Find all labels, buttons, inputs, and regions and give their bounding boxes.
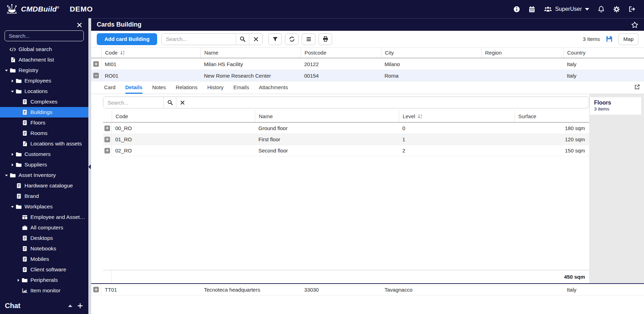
detail-search-submit-button[interactable] — [163, 97, 176, 108]
side-card-title: Floors — [594, 100, 637, 106]
detail-search-input[interactable] — [103, 97, 163, 108]
sidebar-item-desktops[interactable]: Desktops — [0, 233, 88, 243]
sidebar-item-customers[interactable]: Customers — [0, 149, 88, 159]
search-clear-button[interactable] — [249, 34, 262, 45]
refresh-button[interactable] — [285, 33, 299, 45]
sidebar-item-brand[interactable]: Brand — [0, 191, 88, 201]
sidebar-item-suppliers[interactable]: Suppliers — [0, 159, 88, 170]
sidebar-item-attachment-list[interactable]: Attachment list — [0, 55, 88, 65]
caret-down-icon[interactable] — [5, 173, 9, 177]
open-external-icon[interactable] — [634, 84, 640, 90]
document-icon — [21, 256, 28, 262]
file-icon — [21, 141, 28, 147]
calendar-icon[interactable] — [529, 6, 535, 13]
sidebar-item-registry[interactable]: Registry — [0, 65, 88, 76]
gear-icon[interactable] — [613, 6, 620, 13]
sign-out-icon[interactable] — [629, 6, 635, 12]
caret-right-icon[interactable] — [10, 79, 15, 83]
sidebar-item-floors[interactable]: Floors — [0, 117, 88, 128]
table-row-selected[interactable]: RO01 New Rome Research Center 00154 Roma… — [91, 70, 644, 81]
tab-card[interactable]: Card — [104, 84, 116, 94]
collapse-left-icon[interactable] — [88, 164, 91, 169]
detail-row[interactable]: 02_RO Second floor 2 150 sqm — [103, 145, 589, 156]
add-card-button[interactable]: Add card Building — [97, 33, 157, 45]
sidebar-item-item-monitor[interactable]: Item monitor — [0, 285, 88, 296]
sidebar-item-locations[interactable]: Locations — [0, 86, 88, 97]
caret-right-icon[interactable] — [10, 163, 15, 167]
column-header-city[interactable]: City — [381, 48, 481, 58]
caret-down-icon[interactable] — [10, 205, 15, 209]
bell-icon[interactable] — [598, 6, 605, 13]
sidebar-item-complexes[interactable]: Complexes — [0, 97, 88, 107]
detail-column-header-surface[interactable]: Surface — [514, 110, 589, 122]
expand-row-button[interactable] — [104, 148, 110, 154]
caret-down-icon[interactable] — [5, 69, 9, 72]
sidebar-item-locations-with-assets[interactable]: Locations with assets — [0, 138, 88, 149]
print-button[interactable] — [319, 33, 332, 45]
detail-column-header-name[interactable]: Name — [255, 110, 399, 122]
sidebar-splitter[interactable] — [88, 18, 91, 314]
expand-row-button[interactable] — [104, 137, 110, 142]
sidebar-search-input[interactable] — [5, 30, 84, 41]
table-row[interactable]: MI01 Milan HS Facility 20122 Milano Ital… — [91, 58, 644, 70]
detail-row[interactable]: 00_RO Ground floor 0 180 sqm — [103, 123, 589, 134]
column-header-name[interactable]: Name — [200, 48, 301, 58]
collapse-row-button[interactable] — [93, 73, 99, 78]
tab-emails[interactable]: Emails — [233, 84, 249, 94]
tab-details[interactable]: Details — [125, 84, 142, 94]
detail-column-header-code[interactable]: Code — [112, 110, 255, 122]
user-menu[interactable]: SuperUser — [544, 6, 589, 12]
column-header-code[interactable]: Code — [101, 48, 200, 58]
detail-column-header-level[interactable]: Level — [399, 110, 514, 122]
sidebar-item-global-search[interactable]: Global search — [0, 44, 88, 55]
detail-search-clear-button[interactable] — [176, 97, 189, 108]
sidebar-item-rooms[interactable]: Rooms — [0, 128, 88, 138]
floors-summary-card[interactable]: Floors 3 items — [590, 97, 641, 115]
sidebar-item-workplaces[interactable]: Workplaces — [0, 201, 88, 212]
sidebar-item-employee-and-assets[interactable]: Employee and Assets i… — [0, 212, 88, 222]
collapse-up-icon[interactable] — [68, 305, 72, 307]
chart-icon — [21, 288, 28, 294]
tab-relations[interactable]: Relations — [176, 84, 198, 94]
detail-row[interactable]: 01_RO First floor 1 120 sqm — [103, 134, 589, 145]
save-view-icon[interactable] — [606, 36, 613, 42]
cell-surface: 120 sqm — [514, 136, 589, 142]
map-button[interactable]: Map — [619, 33, 638, 45]
expand-row-button[interactable] — [93, 61, 99, 67]
favorite-star-icon[interactable] — [631, 21, 638, 28]
tab-attachments[interactable]: Attachments — [259, 84, 288, 94]
chat-panel-header[interactable]: Chat — [0, 299, 88, 314]
sidebar-item-peripherals[interactable]: Peripherals — [0, 275, 88, 285]
column-header-country[interactable]: Country — [563, 48, 644, 58]
sidebar-item-notebooks[interactable]: Notebooks — [0, 243, 88, 254]
expand-row-button[interactable] — [93, 287, 99, 292]
grid-search-input[interactable] — [162, 34, 236, 45]
document-icon — [21, 246, 28, 252]
caret-down-icon[interactable] — [10, 90, 15, 93]
surface-total: 450 sqm — [514, 274, 589, 280]
sidebar-item-employees[interactable]: Employees — [0, 76, 88, 86]
caret-right-icon[interactable] — [10, 152, 15, 156]
table-row[interactable]: TT01 Tecnoteca headquarters 33030 Tavagn… — [91, 284, 644, 295]
filter-button[interactable] — [268, 33, 282, 45]
sidebar-item-mobiles[interactable]: Mobiles — [0, 254, 88, 264]
sidebar-item-hardware-catalogue[interactable]: Hardware catalogue — [0, 180, 88, 191]
expand-row-button[interactable] — [104, 126, 110, 131]
column-header-region[interactable]: Region — [481, 48, 563, 58]
add-chat-icon[interactable] — [78, 303, 83, 308]
brand-logo[interactable]: CMDBuild® — [0, 3, 59, 15]
sort-icon — [418, 114, 423, 119]
sidebar-item-client-software[interactable]: Client software — [0, 264, 88, 275]
navigation-tree: Global search Attachment list Registry E… — [0, 44, 88, 299]
caret-right-icon[interactable] — [16, 278, 21, 282]
tab-history[interactable]: History — [207, 84, 224, 94]
column-header-postcode[interactable]: Postcode — [301, 48, 381, 58]
sidebar-close-icon[interactable] — [77, 22, 82, 28]
search-submit-button[interactable] — [236, 34, 249, 45]
tab-notes[interactable]: Notes — [152, 84, 166, 94]
sidebar-item-buildings[interactable]: Buildings — [0, 107, 88, 117]
menu-button[interactable] — [302, 33, 315, 45]
sidebar-item-all-computers[interactable]: All computers — [0, 222, 88, 233]
sidebar-item-asset-inventory[interactable]: Asset Inventory — [0, 170, 88, 180]
info-icon[interactable] — [513, 6, 520, 13]
